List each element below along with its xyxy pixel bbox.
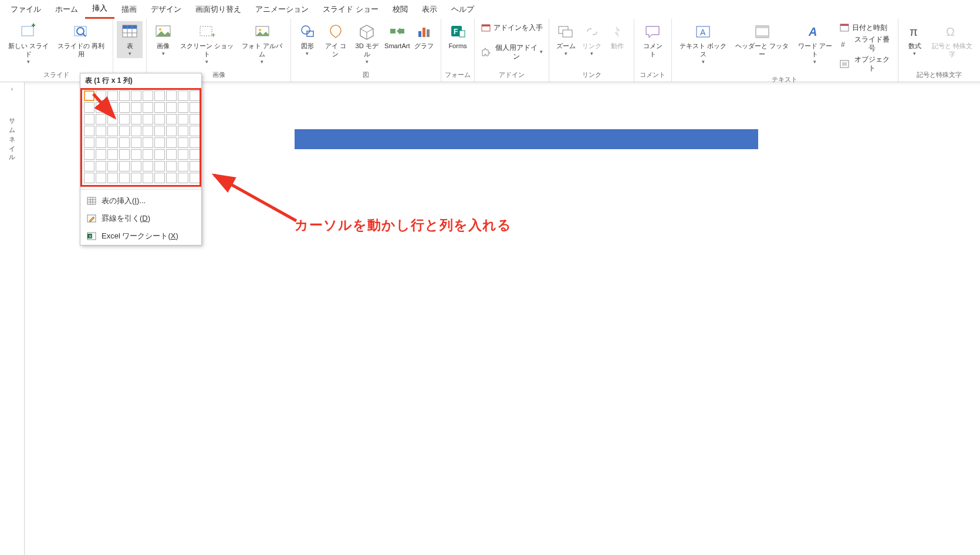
zoom-button[interactable]: ズーム▾ — [553, 21, 579, 58]
table-button[interactable]: 表▾ — [117, 21, 143, 58]
grid-cell[interactable] — [166, 114, 177, 125]
smartart-button[interactable]: SmartArt — [383, 21, 411, 52]
grid-cell[interactable] — [107, 173, 118, 183]
grid-cell[interactable] — [190, 102, 200, 113]
grid-cell[interactable] — [154, 114, 165, 125]
photo-album-button[interactable]: フォト アルバム▾ — [238, 21, 287, 66]
datetime-button[interactable]: 日付と時刻 — [837, 21, 894, 34]
comment-button[interactable]: コメント — [638, 21, 667, 60]
tab-挿入[interactable]: 挿入 — [85, 0, 114, 19]
grid-cell[interactable] — [178, 102, 188, 113]
grid-cell[interactable] — [154, 161, 165, 171]
table-size-grid[interactable] — [84, 90, 198, 183]
grid-cell[interactable] — [154, 137, 165, 148]
screenshot-button[interactable]: + スクリーン ショット▾ — [176, 21, 238, 66]
grid-cell[interactable] — [84, 90, 94, 101]
grid-cell[interactable] — [190, 173, 200, 183]
grid-cell[interactable] — [96, 173, 106, 183]
grid-cell[interactable] — [107, 161, 118, 171]
tab-アニメーション[interactable]: アニメーション — [248, 1, 316, 18]
textbox-button[interactable]: A テキスト ボックス▾ — [675, 21, 731, 66]
grid-cell[interactable] — [96, 114, 106, 125]
grid-cell[interactable] — [107, 126, 118, 136]
grid-cell[interactable] — [119, 161, 130, 171]
tab-校閲[interactable]: 校閲 — [386, 1, 415, 18]
grid-cell[interactable] — [96, 137, 106, 148]
reuse-slide-button[interactable]: スライドの 再利用 — [53, 21, 109, 60]
grid-cell[interactable] — [84, 126, 94, 136]
grid-cell[interactable] — [119, 173, 130, 183]
icons-button[interactable]: アイ コン — [320, 21, 351, 60]
grid-cell[interactable] — [84, 137, 94, 148]
grid-cell[interactable] — [131, 173, 141, 183]
grid-cell[interactable] — [154, 102, 165, 113]
slide-title-placeholder[interactable] — [295, 129, 758, 149]
grid-cell[interactable] — [96, 126, 106, 136]
image-button[interactable]: 画像▾ — [150, 21, 176, 58]
draw-table-item[interactable]: 罫線を引く(D) — [80, 210, 201, 227]
grid-cell[interactable] — [190, 161, 200, 171]
grid-cell[interactable] — [96, 102, 106, 113]
grid-cell[interactable] — [96, 161, 106, 171]
get-addins-button[interactable]: アドインを入手 — [478, 21, 545, 34]
wordart-button[interactable]: A ワード アート▾ — [793, 21, 837, 66]
tab-ホーム[interactable]: ホーム — [48, 1, 85, 18]
grid-cell[interactable] — [143, 114, 153, 125]
grid-cell[interactable] — [84, 173, 94, 183]
grid-cell[interactable] — [166, 102, 177, 113]
grid-cell[interactable] — [119, 137, 130, 148]
grid-cell[interactable] — [190, 90, 200, 101]
tab-画面切り替え[interactable]: 画面切り替え — [188, 1, 248, 18]
grid-cell[interactable] — [107, 137, 118, 148]
grid-cell[interactable] — [178, 126, 188, 136]
insert-table-item[interactable]: 表の挿入(I)... — [80, 192, 201, 210]
headerfooter-button[interactable]: ヘッダーと フッター — [731, 21, 793, 60]
grid-cell[interactable] — [131, 114, 141, 125]
grid-cell[interactable] — [96, 90, 106, 101]
grid-cell[interactable] — [143, 137, 153, 148]
tab-ファイル[interactable]: ファイル — [4, 1, 48, 18]
grid-cell[interactable] — [119, 126, 130, 136]
shapes-button[interactable]: 図形▾ — [295, 21, 320, 58]
grid-cell[interactable] — [131, 90, 141, 101]
grid-cell[interactable] — [131, 126, 141, 136]
grid-cell[interactable] — [84, 114, 94, 125]
grid-cell[interactable] — [84, 161, 94, 171]
tab-デザイン[interactable]: デザイン — [144, 1, 188, 18]
grid-cell[interactable] — [166, 149, 177, 160]
my-addins-button[interactable]: 個人用アドイン ▾ — [478, 42, 545, 62]
grid-cell[interactable] — [84, 149, 94, 160]
grid-cell[interactable] — [119, 114, 130, 125]
new-slide-button[interactable]: 新しい スライド▾ — [4, 21, 53, 66]
grid-cell[interactable] — [119, 149, 130, 160]
excel-sheet-item[interactable]: X Excel ワークシート(X) — [80, 227, 201, 245]
3d-models-button[interactable]: 3D モデル▾ — [351, 21, 383, 66]
grid-cell[interactable] — [119, 90, 130, 101]
grid-cell[interactable] — [143, 126, 153, 136]
grid-cell[interactable] — [131, 161, 141, 171]
grid-cell[interactable] — [107, 102, 118, 113]
grid-cell[interactable] — [178, 114, 188, 125]
grid-cell[interactable] — [178, 149, 188, 160]
grid-cell[interactable] — [190, 149, 200, 160]
grid-cell[interactable] — [166, 137, 177, 148]
grid-cell[interactable] — [154, 126, 165, 136]
grid-cell[interactable] — [143, 90, 153, 101]
grid-cell[interactable] — [154, 149, 165, 160]
grid-cell[interactable] — [131, 149, 141, 160]
grid-cell[interactable] — [143, 149, 153, 160]
grid-cell[interactable] — [107, 114, 118, 125]
slidenum-button[interactable]: # スライド番号 — [837, 34, 894, 54]
grid-cell[interactable] — [178, 161, 188, 171]
grid-cell[interactable] — [143, 161, 153, 171]
grid-cell[interactable] — [96, 149, 106, 160]
grid-cell[interactable] — [107, 90, 118, 101]
forms-button[interactable]: F Forms — [445, 21, 471, 52]
slide-canvas[interactable] — [177, 85, 876, 555]
equation-button[interactable]: π 数式▾ — [902, 21, 928, 58]
grid-cell[interactable] — [190, 137, 200, 148]
grid-cell[interactable] — [166, 90, 177, 101]
grid-cell[interactable] — [166, 173, 177, 183]
grid-cell[interactable] — [107, 149, 118, 160]
tab-スライド ショー[interactable]: スライド ショー — [316, 1, 386, 18]
